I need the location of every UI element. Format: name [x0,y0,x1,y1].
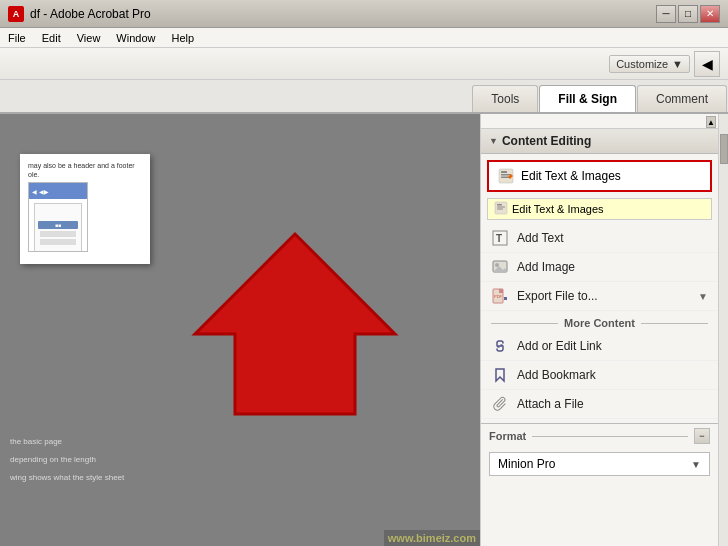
right-panel-scrollbar[interactable] [718,114,728,546]
customize-label: Customize [616,58,668,70]
edit-text-images-label: Edit Text & Images [521,169,621,183]
title-bar-left: A df - Adobe Acrobat Pro [8,6,151,22]
add-image-label: Add Image [517,260,575,274]
maximize-button[interactable]: □ [678,5,698,23]
svg-text:T: T [496,233,502,244]
scrollbar-thumb[interactable] [720,134,728,164]
add-bookmark-label: Add Bookmark [517,368,596,382]
link-icon [491,337,509,355]
pdf-line-1: may also be a header and a footer [28,162,142,169]
add-text-button[interactable]: T Add Text [481,224,718,253]
font-dropdown[interactable]: Minion Pro ▼ [489,452,710,476]
watermark-text: www.bimeiz.com [388,532,476,544]
svg-rect-5 [495,202,507,214]
pdf-mini-page: ◀ ◀▶ ■■ [28,182,88,252]
svg-rect-8 [497,209,503,210]
export-file-button[interactable]: PDF Export File to... ▼ [481,282,718,311]
scroll-up-button[interactable]: ▲ [706,116,716,128]
pdf-page-preview: may also be a header and a footer ole. ◀… [20,154,150,264]
menu-edit[interactable]: Edit [34,28,69,47]
toolbar-expand-button[interactable]: ◀ [694,51,720,77]
window-title: df - Adobe Acrobat Pro [30,7,151,21]
menu-help[interactable]: Help [163,28,202,47]
tooltip-bar: Edit Text & Images [487,198,712,220]
tab-tools[interactable]: Tools [472,85,538,112]
minimize-button[interactable]: ─ [656,5,676,23]
svg-point-12 [495,263,499,267]
menu-view[interactable]: View [69,28,109,47]
more-content-divider-right [641,323,708,324]
bookmark-icon [491,366,509,384]
add-link-button[interactable]: Add or Edit Link [481,332,718,361]
customize-button[interactable]: Customize ▼ [609,55,690,73]
export-file-label: Export File to... [517,289,598,303]
toolbar: Customize ▼ ◀ [0,48,728,80]
customize-chevron-icon: ▼ [672,58,683,70]
arrow-annotation [155,194,455,494]
svg-marker-0 [195,234,395,414]
menu-file[interactable]: File [0,28,34,47]
more-content-header: More Content [481,311,718,332]
app-icon: A [8,6,24,22]
attach-file-label: Attach a File [517,397,584,411]
edit-text-images-button[interactable]: Edit Text & Images [487,160,712,192]
tooltip-text: Edit Text & Images [512,203,604,215]
svg-rect-6 [497,204,502,206]
tooltip-icon [494,201,508,217]
dropdown-arrow-icon: ▼ [691,459,701,470]
watermark: www.bimeiz.com [384,530,480,546]
close-button[interactable]: ✕ [700,5,720,23]
attach-file-button[interactable]: Attach a File [481,390,718,419]
add-text-label: Add Text [517,231,563,245]
export-icon: PDF [491,287,509,305]
edit-text-icon [497,167,515,185]
title-bar: A df - Adobe Acrobat Pro ─ □ ✕ [0,0,728,28]
format-label: Format [489,430,526,442]
svg-rect-4 [501,177,509,179]
menu-bar: File Edit View Window Help [0,28,728,48]
pdf-viewer: may also be a header and a footer ole. ◀… [0,114,480,546]
more-content-divider-left [491,323,558,324]
tab-fill-sign[interactable]: Fill & Sign [539,85,636,112]
format-divider [532,436,688,437]
svg-rect-2 [501,171,507,173]
svg-rect-7 [497,207,505,208]
add-link-label: Add or Edit Link [517,339,602,353]
content-editing-header: ▼ Content Editing [481,128,718,154]
pdf-line-2: ole. [28,171,142,178]
svg-rect-3 [501,174,511,176]
format-collapse-button[interactable]: − [694,428,710,444]
pdf-bottom-text1: the basic page [10,437,62,446]
attach-icon [491,395,509,413]
main-layout: may also be a header and a footer ole. ◀… [0,114,728,546]
pdf-mini-inner: ■■ [34,203,82,252]
tab-bar: Tools Fill & Sign Comment [0,80,728,114]
content-editing-label: Content Editing [502,134,591,148]
add-bookmark-button[interactable]: Add Bookmark [481,361,718,390]
format-header: Format − [481,423,718,448]
right-panel: ▲ ▼ Content Editing Edit Te [480,114,718,546]
font-name-label: Minion Pro [498,457,555,471]
more-content-label: More Content [564,317,635,329]
section-collapse-icon: ▼ [489,136,498,146]
export-arrow-icon: ▼ [698,291,708,302]
add-image-button[interactable]: Add Image [481,253,718,282]
window-controls[interactable]: ─ □ ✕ [656,5,720,23]
svg-rect-15 [499,289,503,293]
pdf-bottom-text2: depending on the length [10,455,96,464]
pdf-bottom-text3: wing shows what the style sheet [10,473,124,482]
menu-window[interactable]: Window [108,28,163,47]
svg-text:PDF: PDF [494,294,503,299]
tab-comment[interactable]: Comment [637,85,727,112]
right-content: ▲ ▼ Content Editing Edit Te [480,114,728,546]
add-text-icon: T [491,229,509,247]
add-image-icon [491,258,509,276]
